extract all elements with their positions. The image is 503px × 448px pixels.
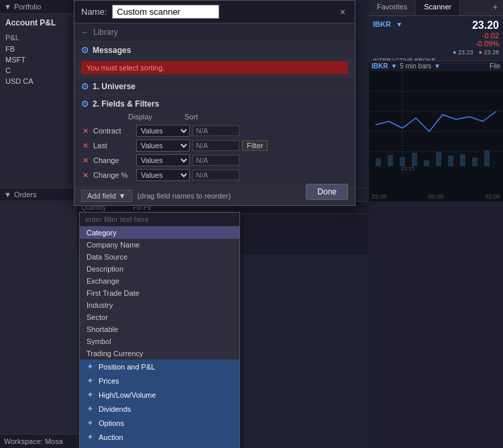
name-label: Name:	[81, 7, 107, 17]
dropdown-item-first-trade-date[interactable]: First Trade Date	[80, 287, 239, 299]
svg-rect-6	[388, 155, 393, 166]
field-sort-contract[interactable]	[192, 125, 239, 136]
messages-toggle-icon[interactable]: ⊙	[81, 45, 89, 55]
field-sort-changepct[interactable]	[192, 170, 239, 180]
dialog-close-button[interactable]: ×	[337, 7, 348, 17]
field-display-change[interactable]: Values	[136, 154, 190, 166]
portfolio-icon: ▼	[4, 3, 11, 11]
fields-toggle-icon[interactable]: ⊙	[81, 99, 89, 109]
time-label-1: 22:00	[372, 193, 387, 200]
fields-title: ⊙ 2. Fields & Filters	[81, 99, 348, 109]
field-sort-change[interactable]	[192, 155, 239, 166]
svg-rect-8	[412, 153, 417, 166]
dropdown-item-description[interactable]: Description	[80, 263, 239, 275]
sidebar-item-fb[interactable]: FB	[0, 44, 77, 54]
add-field-button[interactable]: Add field ▼	[81, 190, 132, 202]
tab-favorites[interactable]: Favorites	[369, 0, 416, 15]
group-icon-hlv: ✦	[85, 390, 95, 400]
col-display-header: Display	[128, 113, 182, 121]
dropdown-item-exchange[interactable]: Exchange	[80, 275, 239, 287]
sidebar-item-c[interactable]: C	[0, 65, 77, 76]
time-label-2: 00:00	[429, 193, 444, 200]
account-pal[interactable]: Account P&L	[0, 14, 77, 32]
dropdown-item-data-source[interactable]: Data Source	[80, 251, 239, 263]
tab-scanner[interactable]: Scanner	[416, 0, 460, 15]
chart-file[interactable]: File	[490, 62, 500, 70]
field-remove-change[interactable]: ✕	[82, 156, 91, 165]
orders-panel: ▼ Orders	[0, 188, 77, 201]
dropdown-item-position-pal[interactable]: ✦ Position and P&L	[80, 359, 239, 374]
col-sort-header: Sort	[184, 113, 238, 121]
field-remove-last[interactable]: ✕	[82, 142, 91, 150]
chart-dropdown2[interactable]: ▼	[434, 62, 441, 70]
right-panel: Favorites Scanner + IBKR ▼ 23.20 -0.02 -…	[369, 0, 503, 16]
ticker-price: 23.20	[472, 19, 499, 32]
dropdown-item-graphic-prices[interactable]: ✦ Graphic Prices	[80, 444, 239, 448]
field-display-last[interactable]: Values	[136, 139, 190, 152]
universe-section[interactable]: ⊙ 1. Universe	[74, 77, 355, 95]
dropdown-item-symbol[interactable]: Symbol	[80, 335, 239, 347]
dropdown-item-high-low-volume[interactable]: ✦ High/Low/Volume	[80, 388, 239, 402]
dropdown-item-dividends[interactable]: ✦ Dividends	[80, 402, 239, 416]
group-icon-dividends: ✦	[85, 404, 95, 414]
field-sort-last[interactable]	[192, 140, 239, 151]
field-display-contract[interactable]: Values	[136, 125, 190, 137]
messages-title: Messages	[93, 46, 131, 55]
fields-section: ⊙ 2. Fields & Filters Display Sort ✕ Con…	[74, 95, 355, 186]
chart-area: IBKR ▼ 5 min bars ▼ File	[369, 60, 503, 201]
portfolio-header[interactable]: ▼ Portfolio	[0, 0, 77, 14]
done-button[interactable]: Done	[306, 184, 348, 200]
orders-dropdown-icon[interactable]: ▼	[4, 190, 11, 199]
ticker-name: IBKR	[373, 20, 391, 28]
filter-button-last[interactable]: Filter	[242, 140, 268, 151]
time-label-3: 02:00	[485, 193, 500, 200]
dropdown-item-prices[interactable]: ✦ Prices	[80, 374, 239, 388]
universe-toggle-icon[interactable]: ⊙	[81, 81, 89, 91]
orders-header: ▼ Orders	[0, 188, 77, 201]
field-display-changepct[interactable]: Values	[136, 169, 190, 181]
chart-dropdown[interactable]: ▼	[390, 62, 397, 70]
library-label: Library	[93, 27, 118, 37]
svg-rect-13	[472, 158, 478, 166]
universe-title: 1. Universe	[93, 82, 135, 91]
field-remove-changepct[interactable]: ✕	[82, 171, 91, 180]
dropdown-item-industry[interactable]: Industry	[80, 299, 239, 311]
back-arrow-icon: ←	[81, 27, 89, 37]
ticker-bid: ● 23.23	[453, 49, 473, 56]
dropdown-item-trading-currency[interactable]: Trading Currency	[80, 347, 239, 359]
field-remove-contract[interactable]: ✕	[82, 127, 91, 135]
field-name-contract: Contract	[93, 127, 133, 135]
chart-canvas: 22:15	[369, 71, 503, 192]
dropdown-search[interactable]	[80, 213, 239, 227]
portfolio-label: Portfolio	[14, 3, 41, 11]
dropdown-container: Category Company Name Data Source Descri…	[79, 212, 240, 448]
add-tab-button[interactable]: +	[488, 0, 503, 15]
field-row-change: ✕ Change Values	[81, 153, 348, 168]
name-input[interactable]	[112, 5, 219, 19]
pl-label: P&L	[0, 32, 77, 44]
dropdown-item-auction[interactable]: ✦ Auction	[80, 430, 239, 444]
sidebar-item-msft[interactable]: MSFT	[0, 54, 77, 65]
group-icon-auction: ✦	[85, 432, 95, 442]
sidebar-item-usdca[interactable]: USD CA	[0, 76, 77, 87]
dropdown-item-company-name[interactable]: Company Name	[80, 239, 239, 251]
workspace-name: Mosa	[45, 437, 63, 445]
dropdown-item-shortable[interactable]: Shortable	[80, 323, 239, 335]
dialog-title-row: Name:	[81, 5, 219, 19]
library-link[interactable]: ← Library	[74, 23, 355, 42]
messages-section-header[interactable]: ⊙ Messages	[74, 42, 355, 58]
chart-symbol: IBKR	[372, 62, 388, 70]
group-icon-position: ✦	[85, 361, 95, 372]
field-name-changepct: Change %	[93, 171, 133, 179]
field-name-change: Change	[93, 156, 133, 164]
svg-text:22:15: 22:15	[401, 166, 415, 172]
dropdown-item-sector[interactable]: Sector	[80, 311, 239, 323]
svg-rect-10	[436, 152, 441, 166]
drag-hint: (drag field names to reorder)	[137, 192, 231, 200]
dropdown-item-options[interactable]: ✦ Options	[80, 416, 239, 430]
dropdown-item-category[interactable]: Category	[80, 227, 239, 239]
field-row-changepct: ✕ Change % Values	[81, 168, 348, 182]
workspace-label: Workspace:	[4, 437, 43, 445]
ticker-change: -0.02	[472, 32, 499, 40]
ticker-dropdown-icon[interactable]: ▼	[396, 21, 402, 28]
